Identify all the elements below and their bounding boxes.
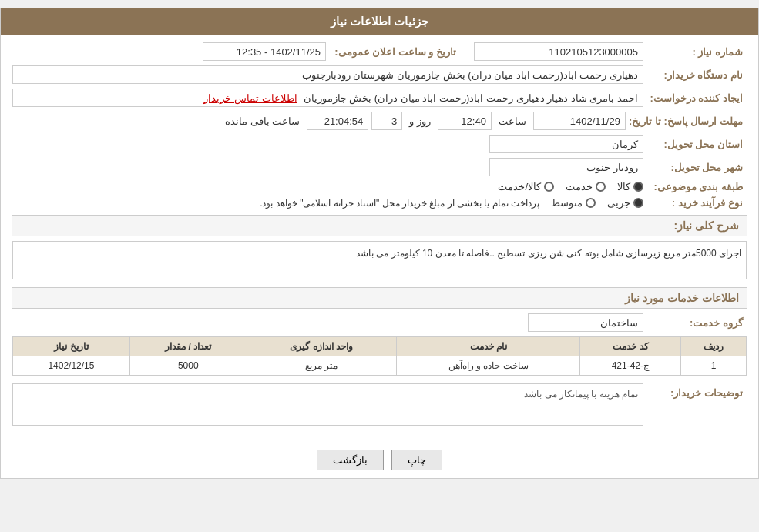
- page-wrapper: جزئیات اطلاعات نیاز شماره نیاز : 1102105…: [0, 8, 759, 479]
- services-section-label: اطلاعات خدمات مورد نیاز: [625, 292, 739, 304]
- response-remaining-field: 21:04:54: [307, 112, 368, 130]
- col-date: تاریخ نیاز: [13, 337, 130, 356]
- deadline-row: مهلت ارسال پاسخ: تا تاریخ: 1402/11/29 سا…: [12, 112, 747, 130]
- need-summary-box: اجرای 5000متر مربع زیرسازی شامل بوته کنی…: [12, 241, 747, 279]
- purchase-type-row: نوع فرآیند خرید : جزیی متوسط پرداخت تمام…: [12, 197, 747, 209]
- radio-mota-icon: [586, 198, 596, 208]
- cell-date: 1402/12/15: [13, 356, 130, 376]
- category-both-label: کالا/خدمت: [498, 181, 541, 192]
- city-row: شهر محل تحویل: رودبار جنوب: [12, 158, 747, 176]
- service-group-field: ساختمان: [528, 313, 643, 332]
- category-service-label: خدمت: [566, 181, 593, 192]
- province-value: کرمان: [612, 139, 638, 150]
- response-time: 12:40: [461, 115, 486, 127]
- col-qty: تعداد / مقدار: [129, 337, 247, 356]
- response-date: 1402/11/29: [570, 115, 620, 127]
- date-field: 1402/11/25 - 12:35: [203, 42, 326, 61]
- city-field: رودبار جنوب: [489, 158, 643, 176]
- response-date-field: 1402/11/29: [533, 112, 626, 130]
- service-group-label: گروه خدمت:: [646, 317, 747, 329]
- category-kala[interactable]: کالا: [617, 181, 643, 192]
- need-number-field: 1102105123000005: [474, 42, 643, 61]
- deadline-label: مهلت ارسال پاسخ: تا تاریخ:: [629, 115, 747, 127]
- radio-both-icon: [544, 182, 554, 192]
- category-service[interactable]: خدمت: [566, 181, 606, 192]
- need-number-value: 1102105123000005: [549, 46, 638, 58]
- purchase-jozii[interactable]: جزیی: [607, 197, 643, 209]
- buyer-notes-value: تمام هزینه با پیمانکار می باشد: [524, 389, 638, 400]
- table-row: 1 ج-42-421 ساخت جاده و راه‌آهن متر مربع …: [13, 356, 747, 376]
- service-table: ردیف کد خدمت نام خدمت واحد اندازه گیری ت…: [12, 336, 747, 376]
- radio-service-icon: [596, 182, 606, 192]
- page-title: جزئیات اطلاعات نیاز: [331, 15, 428, 28]
- need-summary-header: شرح کلی نیاز:: [12, 215, 747, 236]
- service-table-body: 1 ج-42-421 ساخت جاده و راه‌آهن متر مربع …: [13, 356, 747, 376]
- page-header: جزئیات اطلاعات نیاز: [1, 8, 758, 35]
- purchase-mota[interactable]: متوسط: [551, 197, 596, 209]
- buyer-notes-row: توضیحات خریدار: تمام هزینه با پیمانکار م…: [12, 383, 747, 426]
- service-group-row: گروه خدمت: ساختمان: [12, 313, 747, 332]
- cell-code: ج-42-421: [580, 356, 681, 376]
- buyer-notes-label: توضیحات خریدار:: [646, 383, 747, 399]
- category-radio-group: کالا خدمت کالا/خدمت: [498, 181, 643, 192]
- category-label: طبقه بندی موضوعی:: [646, 181, 747, 192]
- category-kala-label: کالا: [617, 181, 630, 192]
- print-button[interactable]: چاپ: [391, 450, 442, 470]
- need-summary-value: اجرای 5000متر مربع زیرسازی شامل بوته کنی…: [356, 248, 741, 259]
- service-group-value: ساختمان: [600, 317, 638, 329]
- province-row: استان محل تحویل: کرمان: [12, 135, 747, 153]
- need-number-label: شماره نیاز :: [646, 46, 747, 58]
- province-field: کرمان: [489, 135, 643, 153]
- buyer-org-label: نام دستگاه خریدار:: [646, 69, 747, 81]
- col-unit: واحد اندازه گیری: [247, 337, 396, 356]
- buyer-org-field: دهیاری رحمت اباد(رحمت اباد میان دران) بخ…: [12, 65, 643, 84]
- time-label: ساعت: [495, 115, 530, 127]
- creator-label: ایجاد کننده درخواست:: [646, 92, 747, 104]
- date-value: 1402/11/25 - 12:35: [237, 46, 321, 58]
- city-label: شهر محل تحویل:: [646, 162, 747, 173]
- buyer-org-row: نام دستگاه خریدار: دهیاری رحمت اباد(رحمت…: [12, 65, 747, 84]
- back-button[interactable]: بازگشت: [317, 450, 384, 470]
- service-table-head: ردیف کد خدمت نام خدمت واحد اندازه گیری ت…: [13, 337, 747, 356]
- cell-unit: متر مربع: [247, 356, 396, 376]
- radio-jozii-icon: [633, 198, 643, 208]
- creator-row: ایجاد کننده درخواست: احمد بامری شاد دهیا…: [12, 89, 747, 107]
- footer-buttons: چاپ بازگشت: [1, 442, 758, 478]
- col-service-code: کد خدمت: [580, 337, 681, 356]
- service-table-header-row: ردیف کد خدمت نام خدمت واحد اندازه گیری ت…: [13, 337, 747, 356]
- remaining-label: ساعت باقی مانده: [221, 115, 304, 127]
- cell-qty: 5000: [129, 356, 247, 376]
- response-days: 3: [391, 115, 397, 127]
- city-value: رودبار جنوب: [586, 162, 638, 173]
- province-label: استان محل تحویل:: [646, 139, 747, 150]
- days-label: روز و: [405, 115, 435, 127]
- need-number-row: شماره نیاز : 1102105123000005 تاریخ و سا…: [12, 42, 747, 61]
- need-summary-label: شرح کلی نیاز:: [674, 219, 739, 232]
- category-row: طبقه بندی موضوعی: کالا خدمت کالا/خدمت: [12, 181, 747, 192]
- response-remaining: 21:04:54: [324, 115, 364, 127]
- col-row-num: ردیف: [681, 337, 747, 356]
- buyer-notes-box: تمام هزینه با پیمانکار می باشد: [12, 383, 643, 426]
- date-label: تاریخ و ساعت اعلان عمومی:: [329, 46, 460, 58]
- col-service-name: نام خدمت: [397, 337, 580, 356]
- content-area: شماره نیاز : 1102105123000005 تاریخ و سا…: [1, 35, 758, 438]
- cell-row-num: 1: [681, 356, 747, 376]
- buyer-org-value: دهیاری رحمت اباد(رحمت اباد میان دران) بخ…: [302, 69, 638, 81]
- radio-kala-icon: [633, 182, 643, 192]
- response-days-field: 3: [371, 112, 402, 130]
- purchase-jozii-label: جزیی: [607, 197, 630, 209]
- contact-link[interactable]: اطلاعات تماس خریدار: [203, 92, 297, 104]
- creator-value: احمد بامری شاد دهیار دهیاری رحمت اباد(رح…: [304, 92, 638, 104]
- category-both[interactable]: کالا/خدمت: [498, 181, 554, 192]
- service-table-section: ردیف کد خدمت نام خدمت واحد اندازه گیری ت…: [12, 336, 747, 376]
- purchase-type-label: نوع فرآیند خرید :: [646, 197, 747, 209]
- creator-field: احمد بامری شاد دهیار دهیاری رحمت اباد(رح…: [12, 89, 643, 107]
- cell-name: ساخت جاده و راه‌آهن: [397, 356, 580, 376]
- response-time-field: 12:40: [438, 112, 492, 130]
- purchase-desc: پرداخت تمام یا بخشی از مبلغ خریداز محل "…: [260, 198, 539, 209]
- purchase-type-options: جزیی متوسط پرداخت تمام یا بخشی از مبلغ خ…: [260, 197, 643, 209]
- services-section-header: اطلاعات خدمات مورد نیاز: [12, 287, 747, 309]
- purchase-mota-label: متوسط: [551, 197, 583, 209]
